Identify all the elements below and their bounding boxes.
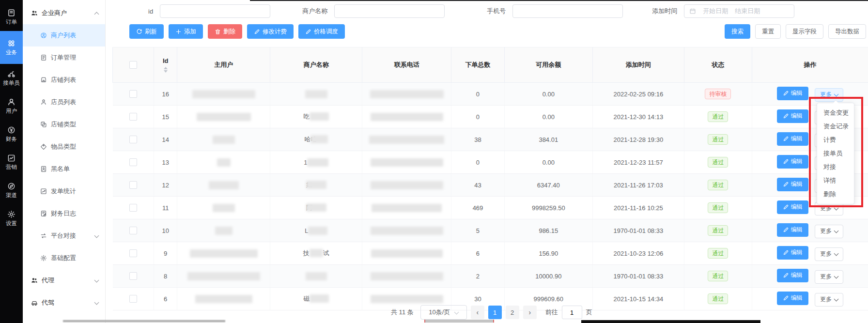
show-fields-button[interactable]: 显示字段 xyxy=(786,24,823,39)
refresh-button[interactable]: 刷新 xyxy=(129,24,164,39)
rail-item[interactable]: 接单员 xyxy=(0,64,23,92)
pen-icon xyxy=(305,29,311,35)
delete-button[interactable]: 删除 xyxy=(208,24,242,39)
row-checkbox[interactable] xyxy=(129,295,137,303)
goto-page-input[interactable] xyxy=(562,306,582,319)
prev-page-button[interactable]: ‹ xyxy=(471,306,484,319)
redacted-user xyxy=(190,249,258,258)
cell-id: 16 xyxy=(154,83,177,106)
dropdown-menu-item[interactable]: 删除 xyxy=(817,187,854,201)
sidenav-item[interactable]: 代驾 xyxy=(23,292,105,314)
sidenav-item[interactable]: 店员列表 xyxy=(23,91,105,113)
sidenav-item[interactable]: 物品类型 xyxy=(23,136,105,158)
pen-icon xyxy=(783,181,789,187)
edit-billing-button[interactable]: 修改计费 xyxy=(247,24,294,39)
pen-icon xyxy=(783,90,789,96)
cell-order-count: 0 xyxy=(451,151,504,174)
sidenav-item[interactable]: 店铺类型 xyxy=(23,113,105,136)
merchant-name-filter-input[interactable] xyxy=(334,4,445,18)
sidenav-item[interactable]: 财务日志 xyxy=(23,202,105,225)
total-count: 共 11 条 xyxy=(391,308,414,317)
sidenav-item[interactable]: 黑名单 xyxy=(23,158,105,180)
sidenav-item[interactable]: 商户列表 xyxy=(23,24,105,46)
sidenav-item[interactable]: 企业商户 xyxy=(23,2,105,24)
edit-button[interactable]: 编辑 xyxy=(777,223,808,237)
page-number-button[interactable]: 1 xyxy=(488,306,502,319)
chevron-down-icon xyxy=(834,206,839,211)
edit-button[interactable]: 编辑 xyxy=(777,109,808,123)
row-checkbox[interactable] xyxy=(129,158,137,166)
sidenav-item-label: 平台对接 xyxy=(51,231,76,240)
sidenav-item-label: 发单统计 xyxy=(51,187,76,196)
sidenav-item-label: 基础配置 xyxy=(51,254,76,262)
edit-button[interactable]: 编辑 xyxy=(777,132,808,146)
more-button[interactable]: 更多 xyxy=(815,247,843,261)
cutoff-fragment xyxy=(581,320,760,323)
phone-filter-input[interactable] xyxy=(512,4,623,18)
row-checkbox[interactable] xyxy=(129,113,137,121)
dropdown-menu-item[interactable]: 接单员 xyxy=(817,147,854,160)
sort-asc-icon[interactable] xyxy=(164,67,168,69)
rail-item[interactable]: 订单 xyxy=(0,3,23,31)
edit-button[interactable]: 编辑 xyxy=(777,292,808,305)
sidenav-item[interactable]: 发单统计 xyxy=(23,180,105,202)
row-checkbox[interactable] xyxy=(129,204,137,212)
search-button[interactable]: 搜索 xyxy=(725,24,750,39)
edit-button[interactable]: 编辑 xyxy=(777,178,808,191)
column-header-id[interactable]: Id xyxy=(154,47,177,83)
row-checkbox[interactable] xyxy=(129,249,137,257)
rail-icon xyxy=(7,210,16,218)
export-data-button[interactable]: 导出数据 xyxy=(828,24,866,39)
sidenav-item[interactable]: 店铺列表 xyxy=(23,69,105,91)
more-button[interactable]: 更多 xyxy=(815,225,843,238)
dropdown-menu-item[interactable]: 资金记录 xyxy=(817,120,854,133)
sidenav-item[interactable]: 订单管理 xyxy=(23,46,105,69)
cell-id: 13 xyxy=(154,151,177,174)
rail-item[interactable]: 业务 xyxy=(0,31,23,64)
dropdown-menu-item[interactable]: 资金变更 xyxy=(817,106,854,120)
sidenav-item[interactable]: 代理 xyxy=(23,269,105,292)
row-checkbox[interactable] xyxy=(129,227,137,234)
row-checkbox[interactable] xyxy=(129,90,137,98)
rail-item[interactable]: 渠道 xyxy=(0,176,23,204)
sidenav-item[interactable]: 基础配置 xyxy=(23,247,105,269)
dropdown-menu-item[interactable]: 对接 xyxy=(817,160,854,174)
page-size-select[interactable]: 10条/页 xyxy=(420,305,467,320)
sidenav-item[interactable]: 平台对接 xyxy=(23,225,105,247)
rail-item-label: 订单 xyxy=(6,18,17,26)
cell-user xyxy=(177,288,270,310)
chevron-down-icon xyxy=(834,229,839,233)
add-button[interactable]: 添加 xyxy=(169,24,203,39)
dropdown-menu-item[interactable]: 详情 xyxy=(817,174,854,187)
date-range-picker[interactable]: 开始日期 结束日期 xyxy=(684,4,794,18)
edit-button[interactable]: 编辑 xyxy=(777,87,808,100)
redacted-phone xyxy=(372,204,442,212)
next-page-button[interactable]: › xyxy=(523,306,537,319)
more-button[interactable]: 更多 xyxy=(815,293,843,307)
price-dispatch-button[interactable]: 价格调度 xyxy=(298,24,345,39)
rail-item[interactable]: 财务 xyxy=(0,120,23,148)
rail-item[interactable]: 设置 xyxy=(0,204,23,232)
sort-icons[interactable] xyxy=(155,67,176,73)
sidenav-item-icon xyxy=(40,166,47,172)
sort-desc-icon[interactable] xyxy=(164,70,168,73)
page-number-button[interactable]: 2 xyxy=(506,306,519,319)
edit-button[interactable]: 编辑 xyxy=(777,155,808,169)
rail-item[interactable]: 营销 xyxy=(0,148,23,176)
more-button[interactable]: 更多 xyxy=(815,270,843,284)
row-checkbox[interactable] xyxy=(129,272,137,280)
select-all-checkbox[interactable] xyxy=(129,61,137,69)
reset-button[interactable]: 重置 xyxy=(755,24,781,39)
more-button[interactable]: 更多 xyxy=(815,88,843,102)
row-checkbox[interactable] xyxy=(129,136,137,143)
window-edge-line xyxy=(250,0,868,1)
rail-item[interactable]: 用户 xyxy=(0,92,23,120)
cell-balance: 10000.90 xyxy=(504,265,592,288)
edit-button[interactable]: 编辑 xyxy=(777,269,808,282)
edit-button[interactable]: 编辑 xyxy=(777,246,808,260)
edit-button[interactable]: 编辑 xyxy=(777,200,808,214)
row-checkbox[interactable] xyxy=(129,181,137,189)
cell-user xyxy=(177,265,270,288)
dropdown-menu-item[interactable]: 计费 xyxy=(817,133,854,147)
id-filter-input[interactable] xyxy=(160,4,270,18)
